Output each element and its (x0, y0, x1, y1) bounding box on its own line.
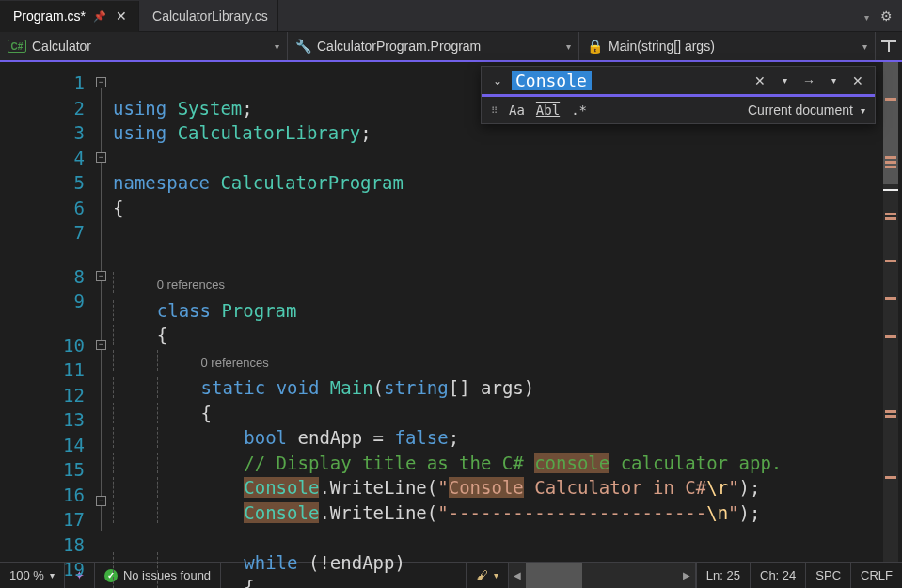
codelens-references[interactable]: 0 references (157, 278, 225, 292)
close-icon[interactable]: ✕ (751, 73, 769, 88)
caret-col[interactable]: Ch: 24 (750, 563, 805, 588)
code-area[interactable]: using System; using CalculatorLibrary; n… (113, 62, 902, 562)
indentation-mode[interactable]: SPC (805, 563, 850, 588)
line-endings[interactable]: CRLF (850, 563, 902, 588)
find-next-icon[interactable]: → (799, 73, 818, 88)
fold-toggle[interactable]: − (96, 340, 106, 350)
chevron-down-icon: ▾ (265, 41, 279, 52)
scroll-right-icon[interactable]: ▶ (678, 570, 695, 580)
expand-replace-icon[interactable]: ⌄ (489, 74, 506, 87)
dropdown-icon[interactable]: ▾ (775, 75, 794, 86)
regex-toggle[interactable]: .* (571, 103, 587, 118)
match-case-toggle[interactable]: Aa (509, 103, 525, 118)
chevron-down-icon: ▾ (853, 41, 867, 52)
class-icon: 🔧 (295, 39, 311, 54)
member-dropdown[interactable]: 🔒 Main(string[] args) ▾ (579, 32, 876, 60)
fold-gutter: − − − − − (94, 62, 113, 562)
chevron-down-icon[interactable]: ▾ (861, 105, 865, 116)
tab-program-cs[interactable]: Program.cs* 📌 ✕ (0, 1, 139, 32)
fold-toggle[interactable]: − (96, 496, 106, 506)
close-find-icon[interactable]: ✕ (848, 73, 867, 88)
scrollbar-thumb[interactable] (526, 563, 582, 588)
fold-toggle[interactable]: − (96, 271, 106, 281)
window-list-dropdown-icon[interactable] (864, 8, 869, 24)
drag-handle-icon[interactable]: ⠿ (491, 105, 498, 116)
tools-icon[interactable]: 🖌 ▾ (466, 563, 508, 588)
vertical-scrollbar[interactable] (883, 62, 898, 562)
project-name: Calculator (32, 39, 91, 54)
gear-icon[interactable]: ⚙ (880, 8, 893, 24)
code-editor[interactable]: 1234567 89 10111213141516171819 − − − − … (0, 62, 902, 562)
find-and-replace-popup: ⌄ ✕ ▾ → ▾ ✕ ⠿ Aa Abl .* Current document… (481, 66, 876, 124)
caret-marker (883, 189, 898, 191)
tab-calculatorlibrary-cs[interactable]: CalculatorLibrary.cs (139, 0, 278, 31)
tab-label: Program.cs* (13, 8, 86, 24)
whole-word-toggle[interactable]: Abl (536, 103, 560, 118)
fold-toggle[interactable]: − (96, 77, 106, 87)
split-editor-icon[interactable] (881, 39, 896, 54)
class-name: CalculatorProgram.Program (317, 39, 481, 54)
class-dropdown[interactable]: 🔧 CalculatorProgram.Program ▾ (288, 32, 579, 60)
fold-toggle[interactable]: − (96, 152, 106, 163)
find-input[interactable] (512, 71, 592, 90)
pin-icon[interactable]: 📌 (93, 10, 106, 23)
tab-label: CalculatorLibrary.cs (152, 8, 268, 24)
codelens-references[interactable]: 0 references (201, 356, 269, 370)
line-number-gutter: 1234567 89 10111213141516171819 (0, 62, 94, 562)
scroll-left-icon[interactable]: ◀ (509, 570, 526, 580)
horizontal-scrollbar[interactable]: ◀ ▶ (508, 563, 696, 588)
chevron-down-icon: ▾ (557, 41, 571, 52)
document-tab-strip: Program.cs* 📌 ✕ CalculatorLibrary.cs ⚙ (0, 0, 902, 32)
close-icon[interactable]: ✕ (114, 8, 129, 24)
csharp-icon: C# (8, 40, 26, 53)
caret-line[interactable]: Ln: 25 (696, 563, 750, 588)
project-dropdown[interactable]: C# Calculator ▾ (0, 32, 288, 60)
find-scope-label: Current document (748, 103, 853, 118)
lock-icon: 🔒 (587, 39, 603, 54)
member-name: Main(string[] args) (609, 39, 715, 54)
dropdown-icon[interactable]: ▾ (824, 75, 843, 86)
navigation-bar: C# Calculator ▾ 🔧 CalculatorProgram.Prog… (0, 32, 902, 62)
